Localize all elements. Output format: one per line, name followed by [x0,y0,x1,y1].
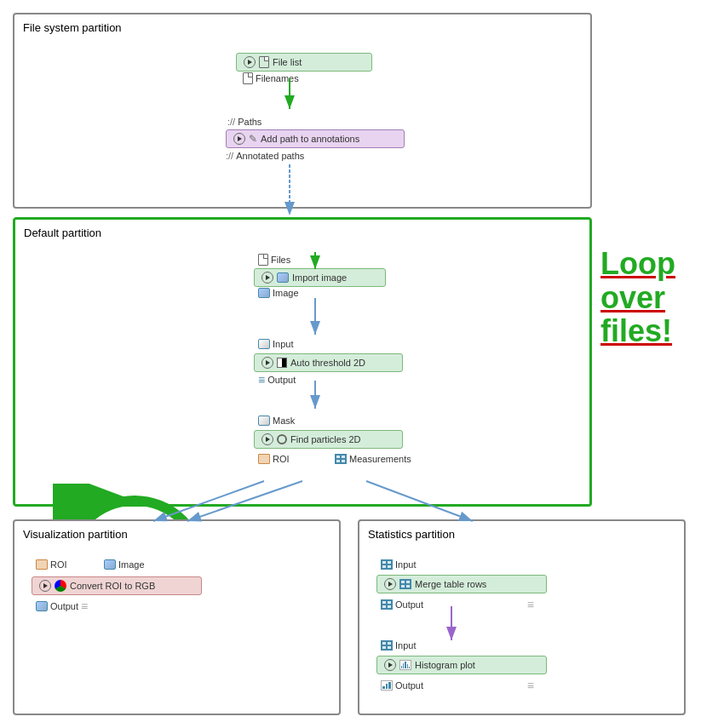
file-list-node[interactable]: File list [236,53,372,72]
annotated-paths-port: :// Annotated paths [226,151,304,161]
particles-play-icon[interactable] [261,433,273,445]
rgb-icon [55,580,66,592]
vis-image-icon [104,559,116,570]
merge-table-icon [399,579,411,589]
find-particles-node[interactable]: Find particles 2D [254,430,403,449]
convert-roi-label: Convert ROI to RGB [70,581,155,591]
statistics-partition: Statistics partition Input Merge table r… [358,519,686,715]
default-partition: Default partition Files [13,217,592,507]
particles-icon [277,434,287,444]
stat-input2-icon [381,640,393,651]
import-image-icon [277,272,289,283]
files-port: Files [258,254,290,266]
paths-icon: :// [227,117,235,127]
mask-port: Mask [258,416,295,426]
merge-table-label: Merge table rows [415,579,486,589]
stat-input1-icon [381,559,393,570]
stat-output2-port: Output ≡ [381,679,534,692]
measurements-port: Measurements [335,454,411,464]
filenames-icon [243,72,253,84]
file-icon [259,56,269,68]
default-label: Default partition [24,226,101,239]
annotated-paths-icon: :// [226,151,233,161]
vis-output-icon [36,601,48,611]
filesystem-label: File system partition [23,21,122,34]
add-path-play-icon[interactable] [233,133,245,145]
visualization-partition: Visualization partition ROI Image Conver… [13,519,341,715]
merge-table-node[interactable]: Merge table rows [376,575,547,593]
stat-output1-menu: ≡ [527,598,534,611]
stat-input2-port: Input [381,640,534,651]
mask-icon [258,416,270,426]
stat-output2-icon [381,680,393,691]
stat-output1-icon [381,599,393,610]
histogram-icon [399,660,411,670]
output1-port: ≡ Output [258,373,296,387]
image-port: Image [258,288,299,298]
play-icon[interactable] [244,56,256,68]
particles-label: Find particles 2D [290,434,361,444]
measurements-icon [335,454,347,464]
statistics-label: Statistics partition [368,528,455,541]
import-image-node[interactable]: Import image [254,268,386,287]
import-image-label: Import image [292,272,347,283]
file-list-label: File list [273,57,302,67]
add-path-label: Add path to annotations [261,134,359,144]
merge-play-icon[interactable] [384,578,396,590]
vis-output-port: Output ≡ [36,599,88,613]
stat-input1-port: Input [381,559,534,570]
threshold-icon [277,358,287,368]
histogram-node[interactable]: Histogram plot [376,656,547,674]
loop-label: Loop over files! [600,247,686,348]
output1-icon: ≡ [258,373,265,387]
add-path-node[interactable]: ✎ Add path to annotations [226,129,405,148]
stat-output1-port: Output ≡ [381,598,534,611]
import-play-icon[interactable] [261,272,273,284]
input1-icon [258,339,270,349]
edit-icon: ✎ [249,133,257,145]
vis-output-menu: ≡ [81,599,88,613]
convert-roi-node[interactable]: Convert ROI to RGB [32,576,202,595]
vis-roi-port: ROI [36,559,67,570]
files-icon [258,254,268,266]
histogram-play-icon[interactable] [384,659,396,671]
visualization-label: Visualization partition [23,528,128,541]
vis-image-port: Image [104,559,145,570]
auto-threshold-node[interactable]: Auto threshold 2D [254,353,403,372]
filesystem-partition: File system partition File list Filename… [13,13,592,209]
vis-roi-icon [36,559,48,570]
paths-port: :// Paths [227,117,261,127]
histogram-label: Histogram plot [415,660,475,670]
image-icon [258,288,270,298]
threshold-label: Auto threshold 2D [290,358,365,368]
convert-play-icon[interactable] [39,580,51,592]
roi1-port: ROI [258,454,290,464]
roi1-icon [258,454,270,464]
stat-output2-menu: ≡ [527,679,534,692]
filenames-port: Filenames [243,72,299,84]
input1-port: Input [258,339,293,349]
threshold-play-icon[interactable] [261,357,273,369]
